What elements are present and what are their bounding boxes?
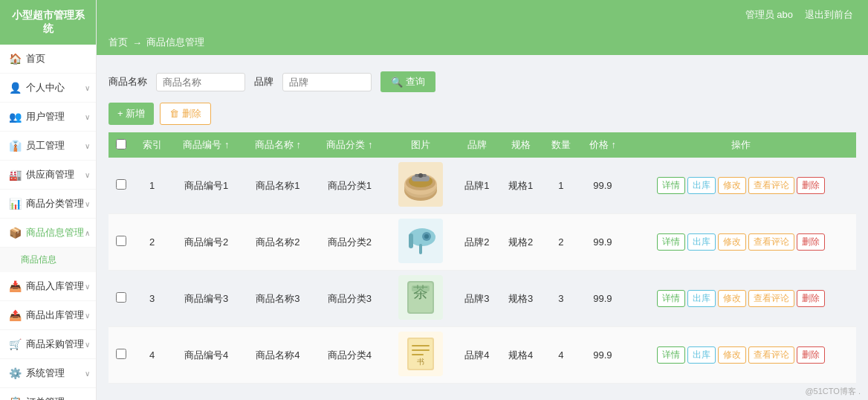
sidebar-item-purchase-mgmt[interactable]: 🛒 商品采购管理 ∨ bbox=[0, 330, 96, 359]
edit-button[interactable]: 修改 bbox=[718, 290, 746, 307]
edit-button[interactable]: 修改 bbox=[718, 233, 746, 251]
svg-point-14 bbox=[424, 234, 429, 239]
sidebar-item-instock-mgmt[interactable]: 📥 商品入库管理 ∨ bbox=[0, 272, 96, 301]
sidebar-item-order-mgmt[interactable]: 📋 订单管理 ∨ bbox=[0, 388, 96, 400]
row-index: 4 bbox=[134, 327, 170, 384]
breadcrumb-home[interactable]: 首页 bbox=[108, 36, 128, 49]
action-bar: + 新增 🗑 删除 bbox=[108, 98, 856, 132]
staff-icon: 👔 bbox=[9, 140, 22, 152]
row-index: 2 bbox=[134, 214, 170, 271]
detail-button[interactable]: 详情 bbox=[657, 346, 685, 364]
main-container: 管理员 abo 退出到前台 首页 → 商品信息管理 商品名称 品牌 🔍 查询 +… bbox=[97, 0, 868, 400]
instock-icon: 📥 bbox=[9, 280, 22, 292]
search-name-input[interactable] bbox=[156, 73, 245, 91]
outstock-button[interactable]: 出库 bbox=[687, 177, 716, 194]
row-spec: 规格3 bbox=[499, 271, 542, 327]
review-button[interactable]: 查看评论 bbox=[748, 290, 794, 307]
row-qty: 4 bbox=[542, 327, 579, 384]
row-checkbox[interactable] bbox=[108, 214, 134, 271]
sidebar-item-profile[interactable]: 👤 个人中心 ∨ bbox=[0, 74, 96, 103]
sidebar-item-product-sub[interactable]: 商品信息 bbox=[0, 248, 96, 272]
outstock-button[interactable]: 出库 bbox=[687, 290, 716, 307]
row-checkbox[interactable] bbox=[108, 327, 134, 384]
row-code: 商品编号3 bbox=[170, 271, 242, 327]
row-name: 商品名称2 bbox=[242, 214, 314, 271]
row-actions: 详情 出库 修改 查看评论 删除 bbox=[626, 271, 856, 327]
search-name-label: 商品名称 bbox=[108, 75, 147, 88]
delete-button[interactable]: 删除 bbox=[797, 177, 825, 194]
col-image: 图片 bbox=[386, 132, 456, 158]
outstock-button[interactable]: 出库 bbox=[687, 233, 716, 251]
chevron-icon: ∨ bbox=[85, 142, 90, 150]
edit-button[interactable]: 修改 bbox=[718, 177, 746, 194]
sidebar-item-outstock-mgmt[interactable]: 📤 商品出库管理 ∨ bbox=[0, 301, 96, 330]
chevron-icon: ∨ bbox=[85, 370, 90, 378]
product-icon: 📦 bbox=[9, 227, 22, 239]
table-row: 1 商品编号1 商品名称1 商品分类1 品牌1 规格1 1 99.9 详情 出库… bbox=[108, 158, 856, 214]
sidebar-item-home[interactable]: 🏠 首页 bbox=[0, 45, 96, 74]
col-spec: 规格 bbox=[499, 132, 542, 158]
sidebar-item-user-mgmt[interactable]: 👥 用户管理 ∨ bbox=[0, 103, 96, 132]
row-code: 商品编号2 bbox=[170, 214, 242, 271]
select-all-checkbox[interactable] bbox=[116, 139, 126, 149]
chevron-icon: ∨ bbox=[85, 200, 90, 208]
sidebar-item-product-info[interactable]: 📦 商品信息管理 ∧ bbox=[0, 219, 96, 248]
svg-rect-25 bbox=[412, 354, 424, 355]
row-name: 商品名称1 bbox=[242, 158, 314, 214]
review-button[interactable]: 查看评论 bbox=[748, 233, 794, 251]
table-row: 2 商品编号2 商品名称2 商品分类2 品牌2 规格2 2 99.9 详情 出库… bbox=[108, 214, 856, 271]
row-actions: 详情 出库 修改 查看评论 删除 bbox=[626, 327, 856, 384]
edit-button[interactable]: 修改 bbox=[718, 346, 746, 364]
svg-rect-19 bbox=[412, 286, 430, 291]
row-checkbox[interactable] bbox=[108, 158, 134, 214]
row-spec: 规格1 bbox=[499, 158, 542, 214]
table-row: 4 商品编号4 商品名称4 商品分类4 书 品牌4 规格4 4 99.9 详情 … bbox=[108, 327, 856, 384]
delete-button[interactable]: 删除 bbox=[797, 290, 825, 307]
sidebar-suppliermgmt-label: 供应商管理 bbox=[26, 168, 74, 181]
delete-button[interactable]: 删除 bbox=[797, 346, 825, 364]
col-brand: 品牌 bbox=[455, 132, 499, 158]
watermark: @51CTO博客 . bbox=[805, 386, 861, 397]
svg-text:书: 书 bbox=[417, 358, 424, 366]
review-button[interactable]: 查看评论 bbox=[748, 177, 794, 194]
sidebar-usermgmt-label: 用户管理 bbox=[26, 110, 65, 123]
sidebar-item-staff-mgmt[interactable]: 👔 员工管理 ∨ bbox=[0, 132, 96, 161]
row-brand: 品牌2 bbox=[455, 214, 499, 271]
row-spec: 规格4 bbox=[499, 327, 542, 384]
table-header-row: 索引 商品编号 ↑ 商品名称 ↑ 商品分类 ↑ 图片 品牌 规格 数量 价格 ↑… bbox=[108, 132, 856, 158]
sidebar-item-supplier-mgmt[interactable]: 🏭 供应商管理 ∨ bbox=[0, 161, 96, 190]
row-actions: 详情 出库 修改 查看评论 删除 bbox=[626, 158, 856, 214]
row-brand: 品牌1 bbox=[455, 158, 499, 214]
app-logo: 小型超市管理系统 bbox=[0, 0, 96, 45]
row-code: 商品编号4 bbox=[170, 327, 242, 384]
sidebar-systemmgmt-label: 系统管理 bbox=[26, 367, 65, 380]
detail-button[interactable]: 详情 bbox=[657, 290, 685, 307]
detail-button[interactable]: 详情 bbox=[657, 233, 685, 251]
sidebar: 小型超市管理系统 🏠 首页 👤 个人中心 ∨ 👥 用户管理 ∨ 👔 员工管理 ∨… bbox=[0, 0, 97, 400]
row-image bbox=[386, 158, 456, 214]
row-checkbox[interactable] bbox=[108, 271, 134, 327]
home-icon: 🏠 bbox=[9, 53, 22, 65]
row-price: 99.9 bbox=[580, 327, 626, 384]
header: 管理员 abo 退出到前台 bbox=[97, 0, 868, 30]
sidebar-item-category-mgmt[interactable]: 📊 商品分类管理 ∨ bbox=[0, 190, 96, 219]
svg-point-8 bbox=[418, 173, 423, 178]
batch-delete-button[interactable]: 🗑 删除 bbox=[160, 103, 211, 125]
sidebar-purchasemgmt-label: 商品采购管理 bbox=[26, 338, 84, 351]
row-actions: 详情 出库 修改 查看评论 删除 bbox=[626, 214, 856, 271]
category-icon: 📊 bbox=[9, 198, 22, 210]
sidebar-productsub-label: 商品信息 bbox=[21, 254, 56, 265]
detail-button[interactable]: 详情 bbox=[657, 177, 685, 194]
col-code: 商品编号 ↑ bbox=[170, 132, 242, 158]
outstock-button[interactable]: 出库 bbox=[687, 346, 716, 364]
review-button[interactable]: 查看评论 bbox=[748, 346, 794, 364]
add-button[interactable]: + 新增 bbox=[108, 103, 154, 125]
content-area: 商品名称 品牌 🔍 查询 + 新增 🗑 删除 索引 商品编号 ↑ 商品名称 ↑ bbox=[97, 55, 868, 400]
chevron-icon: ∨ bbox=[85, 113, 90, 121]
search-brand-input[interactable] bbox=[282, 73, 372, 91]
delete-button[interactable]: 删除 bbox=[797, 233, 825, 251]
logout-button[interactable]: 退出到前台 bbox=[805, 8, 853, 22]
search-button[interactable]: 🔍 查询 bbox=[380, 71, 435, 92]
sidebar-item-system-mgmt[interactable]: ⚙️ 系统管理 ∨ bbox=[0, 359, 96, 388]
svg-rect-23 bbox=[412, 345, 430, 346]
